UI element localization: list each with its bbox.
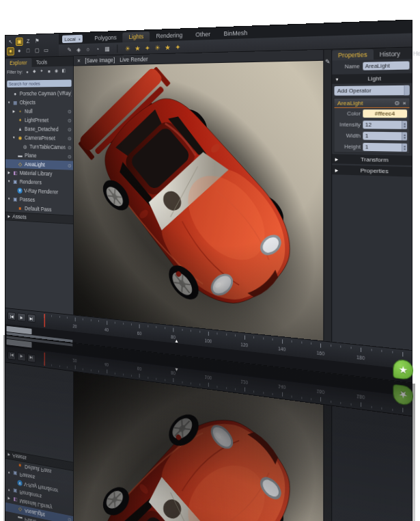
dropdown-side-button[interactable] — [404, 85, 409, 95]
ruler-tick — [131, 323, 132, 325]
close-icon[interactable]: × — [77, 57, 80, 64]
visibility-eye-icon[interactable]: ⊙ — [68, 126, 72, 133]
tab-polygons[interactable]: Polygons — [89, 33, 123, 44]
dotted-selection-icon[interactable]: ▢ — [33, 46, 41, 54]
highlight-mode-icon[interactable]: ▣ — [16, 37, 23, 45]
sphere-grey-icon[interactable]: ● — [16, 46, 23, 55]
visibility-eye-icon[interactable]: ⊙ — [68, 144, 72, 150]
tree-item-label: AreaLight — [25, 161, 66, 168]
ruler-label: 120 — [240, 342, 248, 347]
tab-explorer[interactable]: Explorer — [5, 58, 31, 68]
chevron-closed-icon: ▶ — [335, 168, 341, 172]
tab-properties[interactable]: Properties — [332, 49, 373, 61]
tree-item-base-detached[interactable]: ▲Base_Detached⊙ — [5, 124, 73, 134]
operator-visibility-icon[interactable]: ⊙ — [394, 99, 400, 106]
filter-renderers-icon[interactable]: ◧ — [61, 68, 66, 75]
operator-close-icon[interactable]: × — [403, 99, 406, 106]
visibility-eye-icon[interactable]: ⊙ — [68, 153, 72, 159]
ruler-tick — [350, 347, 351, 349]
ruler-tick — [244, 336, 245, 340]
visibility-eye-icon[interactable]: ⊙ — [68, 135, 72, 142]
knife-tool-icon[interactable]: ✎ — [66, 46, 73, 55]
coordinate-mode-select[interactable]: Local ▾ — [62, 35, 83, 43]
flag-icon[interactable]: ⚑ — [33, 36, 41, 44]
spinner-arrows[interactable]: ▲▼ — [402, 144, 407, 152]
tree-item-porsche-cayman-vray[interactable]: ●Porsche Cayman (VRay) — [5, 89, 73, 98]
dome-light-icon[interactable]: ☀ — [154, 43, 162, 52]
go-to-end-button[interactable]: ▶| — [27, 314, 36, 323]
sphere-shaded-icon[interactable]: ● — [7, 47, 14, 55]
edit-pencil-icon[interactable]: ✎ — [325, 58, 330, 65]
tab-binmesh[interactable]: BinMesh — [217, 27, 255, 39]
ies-light-icon[interactable]: ★ — [163, 42, 171, 51]
playhead[interactable] — [44, 314, 46, 328]
spinner-arrows[interactable]: ▲▼ — [402, 121, 407, 129]
select-arrow-icon[interactable]: ↖ — [7, 38, 14, 46]
ruler-tick — [199, 331, 200, 333]
render-viewport[interactable] — [74, 61, 323, 341]
tree-item-null[interactable]: ▶+Null⊙ — [5, 107, 73, 116]
filter-geometry-icon[interactable]: ◆ — [31, 68, 37, 75]
save-image-button[interactable]: [Save Image] — [85, 57, 115, 64]
ruler-label: 180 — [356, 355, 365, 361]
tree-item-objects[interactable]: ▼▦Objects — [5, 98, 73, 107]
ruler-tick — [156, 326, 157, 328]
sun-light-icon[interactable]: ✦ — [173, 42, 182, 51]
field-row-height: Height1▲▼ — [334, 141, 409, 153]
circle-tool-icon[interactable]: ○ — [84, 45, 92, 54]
null-axis-icon: + — [17, 108, 23, 113]
ruler-tick — [381, 350, 382, 352]
tab-other[interactable]: Other — [189, 29, 217, 40]
width-field[interactable]: 1▲▼ — [363, 132, 407, 141]
tab-tools[interactable]: Tools — [31, 57, 51, 67]
light-section-header[interactable]: ▼ Light — [332, 73, 412, 84]
go-to-start-button[interactable]: |◀ — [8, 312, 16, 321]
ruler-tick — [217, 332, 218, 334]
area-light-icon[interactable]: ✦ — [143, 43, 152, 52]
ruler-tick — [371, 349, 372, 351]
arealight-operator-card: AreaLight ⊙ × Color#ffeec4Intensity12▲▼W… — [333, 98, 410, 155]
tab-history[interactable]: History — [374, 49, 406, 59]
filter-objects-icon[interactable]: ● — [25, 68, 30, 75]
filter-lights-icon[interactable]: ✦ — [39, 68, 44, 74]
point-light-icon[interactable]: ☀ — [124, 44, 132, 53]
intensity-field[interactable]: 12▲▼ — [363, 120, 407, 129]
spot-light-icon[interactable]: ★ — [134, 44, 142, 53]
tree-item-lightpreset[interactable]: ✦LightPreset⊙ — [5, 116, 73, 125]
viewport-column: × [Save Image] Live Render — [74, 50, 323, 341]
tab-lights[interactable]: Lights — [123, 31, 150, 42]
sphere-tool-icon[interactable]: ◔ — [94, 45, 101, 54]
color-swatch[interactable]: #ffeec4 — [363, 109, 407, 118]
vray-icon: V — [17, 187, 22, 193]
visibility-eye-icon[interactable]: ⊙ — [68, 108, 72, 113]
mesh-tool-icon[interactable]: ▦ — [103, 44, 111, 53]
spinner-arrows[interactable]: ▲▼ — [402, 132, 407, 140]
search-input[interactable] — [7, 79, 71, 87]
field-label: Width — [337, 132, 361, 139]
visibility-eye-icon[interactable]: ⊙ — [68, 118, 72, 124]
quad-tool-icon[interactable]: ◈ — [75, 45, 83, 54]
play-button[interactable]: ▶ — [17, 312, 25, 321]
ruler-tick — [392, 351, 393, 353]
filter-materials-icon[interactable]: ◉ — [53, 68, 59, 75]
cube-outline-icon[interactable]: □ — [25, 46, 32, 55]
section-header-properties[interactable]: ▶Properties — [332, 165, 412, 176]
section-header-transform[interactable]: ▶Transform — [332, 154, 412, 165]
z-depth-icon[interactable]: Z — [25, 37, 32, 45]
name-input[interactable] — [363, 62, 409, 70]
ruler-tick — [253, 336, 254, 338]
tab-help[interactable]: Help — [406, 48, 420, 59]
visibility-eye-icon[interactable]: ⊙ — [68, 163, 72, 169]
add-operator-dropdown[interactable]: Add Operator — [334, 85, 409, 96]
tree-item-label: Assets — [12, 213, 71, 223]
marquee-icon[interactable]: ▭ — [42, 46, 50, 54]
mesh-icon: ▲ — [17, 126, 23, 131]
chevron-open-icon: ▼ — [335, 77, 341, 81]
ruler-tick — [208, 332, 209, 336]
live-render-button[interactable]: Live Render — [120, 56, 148, 64]
ruler-tick — [91, 319, 92, 321]
height-field[interactable]: 1▲▼ — [363, 143, 407, 152]
field-value: 1 — [365, 144, 369, 150]
ruler-tick — [235, 334, 236, 336]
filter-cameras-icon[interactable]: ■ — [46, 68, 52, 74]
